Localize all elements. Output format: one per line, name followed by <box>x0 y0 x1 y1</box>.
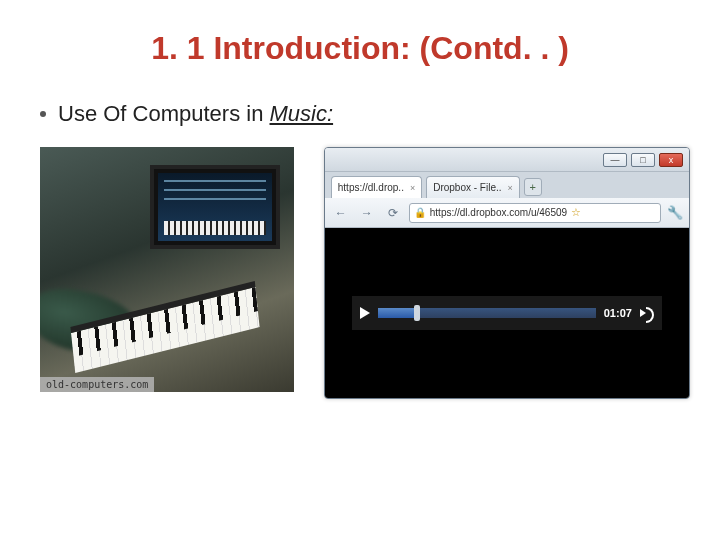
browser-window: — □ x https://dl.drop.. × Dropbox - File… <box>324 147 690 399</box>
window-titlebar: — □ x <box>325 148 689 172</box>
browser-content: 01:07 <box>325 228 689 398</box>
music-keyboard-photo: old-computers.com <box>40 147 294 392</box>
slide: 1. 1 Introduction: (Contd. . ) Use Of Co… <box>0 0 720 540</box>
photo-screen-piano-icon <box>164 221 266 235</box>
tab-dropbox-dl[interactable]: https://dl.drop.. × <box>331 176 422 198</box>
reload-button[interactable]: ⟳ <box>383 203 403 223</box>
close-tab-icon[interactable]: × <box>508 183 513 193</box>
minimize-button[interactable]: — <box>603 153 627 167</box>
close-tab-icon[interactable]: × <box>410 183 415 193</box>
lock-icon: 🔒 <box>414 207 426 218</box>
new-tab-button[interactable]: + <box>524 178 542 196</box>
settings-wrench-icon[interactable]: 🔧 <box>667 205 683 220</box>
bullet-text: Use Of Computers in Music: <box>58 101 333 127</box>
tab-label: Dropbox - File.. <box>433 182 501 193</box>
toolbar: ← → ⟳ 🔒 https://dl.dropbox.com/u/46509 ☆… <box>325 198 689 228</box>
images-row: old-computers.com — □ x https://dl.drop.… <box>40 147 690 399</box>
time-display: 01:07 <box>604 307 632 319</box>
photo-monitor-screen <box>158 173 272 241</box>
play-button-icon[interactable] <box>360 307 370 319</box>
photo-monitor <box>150 165 280 249</box>
close-button[interactable]: x <box>659 153 683 167</box>
bullet-emphasis: Music: <box>270 101 334 126</box>
photo-watermark: old-computers.com <box>40 377 154 392</box>
slide-title: 1. 1 Introduction: (Contd. . ) <box>30 30 690 67</box>
bullet-prefix: Use Of Computers in <box>58 101 270 126</box>
seek-bar[interactable] <box>378 308 596 318</box>
tab-strip: https://dl.drop.. × Dropbox - File.. × + <box>325 172 689 198</box>
tab-label: https://dl.drop.. <box>338 182 404 193</box>
tab-dropbox-file[interactable]: Dropbox - File.. × <box>426 176 520 198</box>
seek-thumb[interactable] <box>414 305 420 321</box>
seek-progress <box>378 308 417 318</box>
address-url: https://dl.dropbox.com/u/46509 <box>430 207 567 218</box>
address-bar[interactable]: 🔒 https://dl.dropbox.com/u/46509 ☆ <box>409 203 661 223</box>
volume-icon[interactable] <box>640 306 654 320</box>
bullet-dot-icon <box>40 111 46 117</box>
back-button[interactable]: ← <box>331 203 351 223</box>
seek-remaining <box>417 308 596 318</box>
bookmark-star-icon[interactable]: ☆ <box>571 206 581 219</box>
media-player: 01:07 <box>352 296 662 330</box>
bullet-item: Use Of Computers in Music: <box>40 101 690 127</box>
maximize-button[interactable]: □ <box>631 153 655 167</box>
forward-button[interactable]: → <box>357 203 377 223</box>
